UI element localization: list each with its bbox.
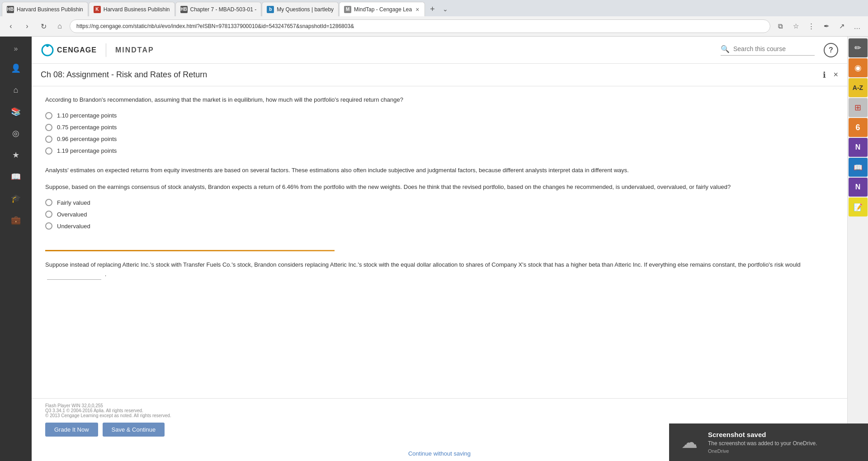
favorites-icon[interactable]: ⋮: [805, 20, 817, 33]
tab-hb2[interactable]: HB Chapter 7 - MBAD-503-01 -: [175, 2, 262, 16]
radio-button[interactable]: [45, 211, 52, 218]
toolbar-book-button[interactable]: 📖: [849, 158, 868, 177]
address-icons: ⧉ ☆ ⋮ ✒ ↗ …: [774, 20, 863, 33]
office-icon: ⊞: [854, 103, 861, 113]
toolbar-az-button[interactable]: A-Z: [849, 78, 868, 97]
address-input[interactable]: [70, 19, 770, 33]
content-title-bar: Ch 08: Assignment - Risk and Rates of Re…: [32, 64, 847, 86]
tab-menu-button[interactable]: ⌄: [440, 2, 451, 16]
radio-button[interactable]: [45, 199, 52, 206]
tab-close-icon[interactable]: ×: [415, 5, 420, 14]
search-input[interactable]: [733, 45, 815, 52]
svg-point-1: [46, 44, 49, 47]
toolbar-onenote2-button[interactable]: N: [849, 178, 868, 197]
cengage-icon: [41, 43, 54, 57]
option-overvalued[interactable]: Overvalued: [45, 211, 834, 218]
save-continue-button[interactable]: Save & Continue: [103, 423, 165, 437]
tab-k[interactable]: K Harvard Business Publishin: [89, 2, 175, 16]
option-fairly-valued[interactable]: Fairly valued: [45, 199, 834, 206]
sidebar-item-graduation[interactable]: 🎓: [6, 188, 26, 208]
screenshot-notification: ☁ Screenshot saved The screenshot was ad…: [669, 423, 868, 461]
browser-chrome: HB Harvard Business Publishin K Harvard …: [0, 0, 868, 37]
toolbar-note-button[interactable]: 📝: [849, 198, 868, 216]
footer-info: Flash Player WIN 32,0,0,255 Q3 3.34.1 © …: [45, 403, 834, 418]
option-0-96[interactable]: 0.96 percentage points: [45, 136, 834, 143]
search-icon: 🔍: [721, 45, 730, 53]
search-area[interactable]: 🔍: [721, 45, 815, 56]
option-0-75[interactable]: 0.75 percentage points: [45, 124, 834, 131]
back-button[interactable]: ‹: [5, 20, 17, 33]
radio-button[interactable]: [45, 124, 52, 131]
help-button[interactable]: ?: [824, 43, 838, 57]
tab-favicon: K: [94, 6, 101, 13]
grade-it-now-button[interactable]: Grade It Now: [45, 423, 98, 437]
option-label: Overvalued: [57, 211, 87, 218]
note-icon: 📝: [854, 203, 863, 212]
sidebar-item-home[interactable]: ⌂: [6, 80, 26, 100]
radio-button[interactable]: [45, 136, 52, 143]
main-layout: » 👤 ⌂ 📚 ◎ ★ 📖 🎓 💼 CENGAGE MINDT: [0, 37, 868, 461]
copyright-info: © 2013 Cengage Learning except as noted.…: [45, 413, 834, 418]
sidebar-item-book[interactable]: 📚: [6, 102, 26, 122]
question2-text: Suppose, based on the earnings consensus…: [45, 183, 834, 192]
radio-button[interactable]: [45, 112, 52, 119]
more-icon[interactable]: …: [851, 20, 863, 33]
cengage-text: CENGAGE: [57, 46, 97, 54]
info-icon[interactable]: ℹ: [823, 70, 826, 80]
sidebar-expand-icon[interactable]: »: [10, 41, 22, 56]
tab-bartleby[interactable]: b My Questions | bartleby: [262, 2, 339, 16]
pen-icon[interactable]: ✒: [820, 20, 833, 33]
sidebar-item-star[interactable]: ★: [6, 145, 26, 165]
split-view-icon[interactable]: ⧉: [774, 20, 787, 33]
sidebar-item-open-book[interactable]: 📖: [6, 167, 26, 187]
toolbar-pencil-button[interactable]: ✏: [849, 38, 868, 57]
tab-label: Harvard Business Publishin: [104, 6, 170, 13]
new-tab-button[interactable]: +: [425, 2, 439, 16]
sidebar-item-briefcase[interactable]: 💼: [6, 210, 26, 230]
question3-text: Suppose instead of replacing Atteric Inc…: [45, 260, 834, 280]
refresh-button[interactable]: ↻: [37, 20, 50, 33]
sidebar-item-globe[interactable]: ◎: [6, 123, 26, 143]
radio-button[interactable]: [45, 222, 52, 230]
forward-button[interactable]: ›: [21, 20, 33, 33]
share-icon[interactable]: ↗: [835, 20, 848, 33]
address-bar-row: ‹ › ↻ ⌂ ⧉ ☆ ⋮ ✒ ↗ …: [0, 16, 868, 36]
option-undervalued[interactable]: Undervalued: [45, 222, 834, 230]
onenote2-icon: N: [855, 183, 861, 191]
bookmark-icon[interactable]: ☆: [789, 20, 802, 33]
option-label: Undervalued: [57, 223, 90, 230]
option-1-10[interactable]: 1.10 percentage points: [45, 112, 834, 119]
home-button[interactable]: ⌂: [53, 20, 66, 33]
option-label: 0.96 percentage points: [57, 136, 117, 142]
az-icon: A-Z: [853, 84, 863, 91]
toolbar-six-button[interactable]: 6: [849, 118, 868, 137]
option-1-19[interactable]: 1.19 percentage points: [45, 147, 834, 155]
notification-title: Screenshot saved: [708, 431, 817, 438]
tab-label: Chapter 7 - MBAD-503-01 -: [190, 6, 257, 13]
cengage-logo: CENGAGE: [41, 43, 97, 57]
version-info: Q3 3.34.1 © 2004-2016 Aplia. All rights …: [45, 408, 834, 413]
onenote-icon: N: [855, 143, 861, 151]
mindtap-logo: CENGAGE MINDTAP: [41, 43, 154, 57]
toolbar-onenote-button[interactable]: N: [849, 138, 868, 157]
six-icon: 6: [855, 123, 860, 132]
toolbar-rss-button[interactable]: ◉: [849, 58, 868, 77]
toolbar-office-button[interactable]: ⊞: [849, 98, 868, 117]
right-toolbar: ✏ ◉ A-Z ⊞ 6 N 📖 N 📝: [847, 37, 868, 461]
fill-blank-input[interactable]: [47, 270, 101, 280]
tab-mindtap[interactable]: M MindTap - Cengage Lea ×: [339, 2, 425, 16]
notification-content: Screenshot saved The screenshot was adde…: [708, 431, 817, 454]
radio-button[interactable]: [45, 147, 52, 155]
content-scroll[interactable]: According to Brandon's recommendation, a…: [32, 86, 847, 398]
book-icon: 📖: [854, 163, 863, 172]
tab-bar: HB Harvard Business Publishin K Harvard …: [0, 0, 868, 16]
tab-hb1[interactable]: HB Harvard Business Publishin: [2, 2, 88, 16]
title-actions: ℹ ×: [823, 70, 838, 80]
section-divider: [45, 250, 335, 251]
sidebar-item-person[interactable]: 👤: [6, 58, 26, 78]
question2-intro: Analysts' estimates on expected returns …: [45, 166, 834, 175]
notification-source: OneDrive: [708, 448, 817, 454]
rss-icon: ◉: [854, 63, 862, 73]
close-icon[interactable]: ×: [833, 70, 838, 80]
cloud-icon: ☁: [681, 433, 698, 452]
